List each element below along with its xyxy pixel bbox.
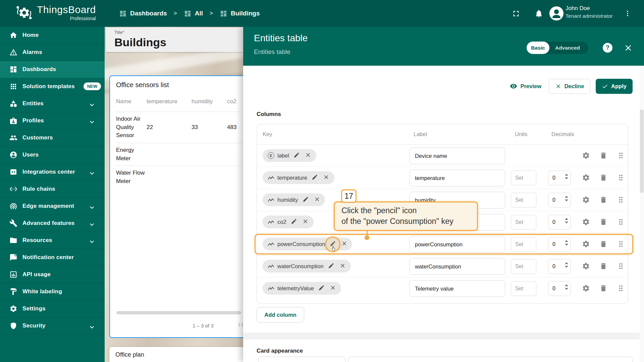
widget-table-row[interactable]: Indoor Air Quality Sensor2233483 xyxy=(116,112,243,143)
preview-button[interactable]: Preview xyxy=(508,82,543,90)
remove-key-button[interactable] xyxy=(302,218,309,226)
column-units-input[interactable] xyxy=(511,171,536,185)
sidebar-item-white-labeling[interactable]: White labeling xyxy=(0,283,105,300)
apply-button[interactable]: Apply xyxy=(596,79,633,94)
key-chip[interactable]: powerConsumption xyxy=(263,238,352,250)
decimals-stepper[interactable] xyxy=(565,218,568,224)
widget-column-header[interactable]: temperature xyxy=(147,98,192,105)
column-drag-handle[interactable] xyxy=(617,174,625,182)
key-chip[interactable]: E label xyxy=(263,149,316,162)
widget-horizontal-scrollbar[interactable] xyxy=(116,311,241,314)
sidebar-item-settings[interactable]: Settings xyxy=(0,300,105,317)
column-drag-handle[interactable] xyxy=(617,196,625,204)
column-decimals-input[interactable]: 0 xyxy=(548,215,571,230)
panel-scrollbar-track[interactable] xyxy=(640,66,644,362)
sidebar-item-dashboards[interactable]: Dashboards xyxy=(0,61,105,78)
card-appearance-field-partial[interactable] xyxy=(258,357,345,362)
column-delete-button[interactable] xyxy=(599,240,607,248)
key-chip[interactable]: waterConsumption xyxy=(263,260,351,273)
sidebar-item-security[interactable]: Security xyxy=(0,317,105,335)
add-column-button[interactable]: Add column xyxy=(257,307,304,322)
column-delete-button[interactable] xyxy=(599,152,607,160)
avatar[interactable] xyxy=(549,6,564,21)
key-chip[interactable]: co2 xyxy=(263,216,314,228)
column-label-input[interactable] xyxy=(410,280,505,297)
sidebar-item-notification-center[interactable]: Notification center xyxy=(0,249,105,266)
sidebar-item-advanced-features[interactable]: Advanced features xyxy=(0,215,105,232)
edit-key-button[interactable] xyxy=(328,262,335,270)
column-label-input[interactable] xyxy=(410,170,505,186)
sidebar-item-profiles[interactable]: Profiles xyxy=(0,112,105,129)
column-settings-button[interactable] xyxy=(582,240,590,248)
column-drag-handle[interactable] xyxy=(617,284,625,292)
decimals-stepper[interactable] xyxy=(565,262,568,268)
dashboard-title-input[interactable]: Buildings xyxy=(114,36,243,49)
widget-column-header[interactable]: Name xyxy=(116,98,147,105)
decline-button[interactable]: Decline xyxy=(549,79,590,94)
widget-table-row[interactable]: Energy Meter xyxy=(116,143,243,166)
remove-key-button[interactable] xyxy=(340,240,348,248)
sidebar-item-entities[interactable]: Entities xyxy=(0,95,105,112)
mode-basic-button[interactable]: Basic xyxy=(527,42,549,54)
remove-key-button[interactable] xyxy=(323,174,330,181)
column-settings-button[interactable] xyxy=(582,196,590,204)
notifications-button[interactable] xyxy=(534,9,543,18)
sidebar-item-integrations-center[interactable]: Integrations center xyxy=(0,164,105,181)
close-panel-button[interactable] xyxy=(622,43,635,54)
column-decimals-input[interactable]: 0 xyxy=(548,259,571,274)
mode-advanced-button[interactable]: Advanced xyxy=(549,42,586,54)
breadcrumb-item[interactable]: Buildings xyxy=(220,10,260,17)
column-drag-handle[interactable] xyxy=(617,218,625,226)
column-settings-button[interactable] xyxy=(582,152,590,160)
breadcrumb-item[interactable]: Dashboards xyxy=(119,10,167,17)
column-drag-handle[interactable] xyxy=(617,152,625,160)
card-appearance-field-partial[interactable] xyxy=(348,357,633,362)
user-info[interactable]: John Doe Tenant administrator xyxy=(566,5,613,19)
column-delete-button[interactable] xyxy=(599,284,607,292)
sidebar-item-api-usage[interactable]: API usage xyxy=(0,266,105,283)
widget-column-header[interactable]: humidity xyxy=(192,98,227,105)
column-decimals-input[interactable]: 0 xyxy=(548,237,571,252)
column-decimals-input[interactable]: 0 xyxy=(548,193,571,207)
column-units-input[interactable] xyxy=(511,237,536,252)
column-delete-button[interactable] xyxy=(599,218,607,226)
remove-key-button[interactable] xyxy=(339,262,346,270)
remove-key-button[interactable] xyxy=(313,196,321,203)
edit-key-button[interactable] xyxy=(311,174,319,181)
remove-key-button[interactable] xyxy=(305,152,312,159)
column-label-input[interactable] xyxy=(410,236,505,253)
column-settings-button[interactable] xyxy=(582,218,590,226)
first-page-button[interactable] xyxy=(235,320,243,330)
sidebar-item-customers[interactable]: Customers xyxy=(0,129,105,146)
edit-key-button[interactable] xyxy=(318,285,325,292)
sidebar-item-users[interactable]: Users xyxy=(0,146,105,164)
column-units-input[interactable] xyxy=(511,193,536,207)
column-settings-button[interactable] xyxy=(582,284,590,292)
column-units-input[interactable] xyxy=(511,259,536,274)
decimals-stepper[interactable] xyxy=(565,196,568,201)
office-plan-widget[interactable]: Office plan xyxy=(109,347,243,362)
sidebar-item-home[interactable]: Home xyxy=(0,27,105,44)
column-decimals-input[interactable]: 0 xyxy=(548,171,571,185)
remove-key-button[interactable] xyxy=(329,285,337,292)
sidebar-item-resources[interactable]: Resources xyxy=(0,232,105,249)
more-menu-button[interactable] xyxy=(624,10,631,17)
breadcrumb-item[interactable]: All xyxy=(184,10,203,17)
sidebar-item-rule-chains[interactable]: Rule chains xyxy=(0,181,105,198)
sidebar-item-edge-management[interactable]: Edge management xyxy=(0,198,105,215)
entities-table-widget[interactable]: Office sensors list Nametemperaturehumid… xyxy=(109,75,243,338)
column-units-input[interactable] xyxy=(511,281,536,296)
decimals-stepper[interactable] xyxy=(565,284,568,290)
edit-key-button[interactable] xyxy=(290,218,298,226)
column-settings-button[interactable] xyxy=(582,174,590,182)
column-label-input[interactable] xyxy=(410,147,505,164)
help-button[interactable]: ? xyxy=(603,43,612,53)
column-delete-button[interactable] xyxy=(599,196,607,204)
fullscreen-button[interactable] xyxy=(512,9,521,18)
column-decimals-input[interactable]: 0 xyxy=(548,281,571,296)
key-chip[interactable]: telemetryValue xyxy=(263,282,341,295)
key-chip[interactable]: temperature xyxy=(263,171,334,184)
key-chip[interactable]: humidity xyxy=(263,193,325,206)
column-units-input[interactable] xyxy=(511,215,536,230)
edit-key-button[interactable] xyxy=(302,196,309,203)
